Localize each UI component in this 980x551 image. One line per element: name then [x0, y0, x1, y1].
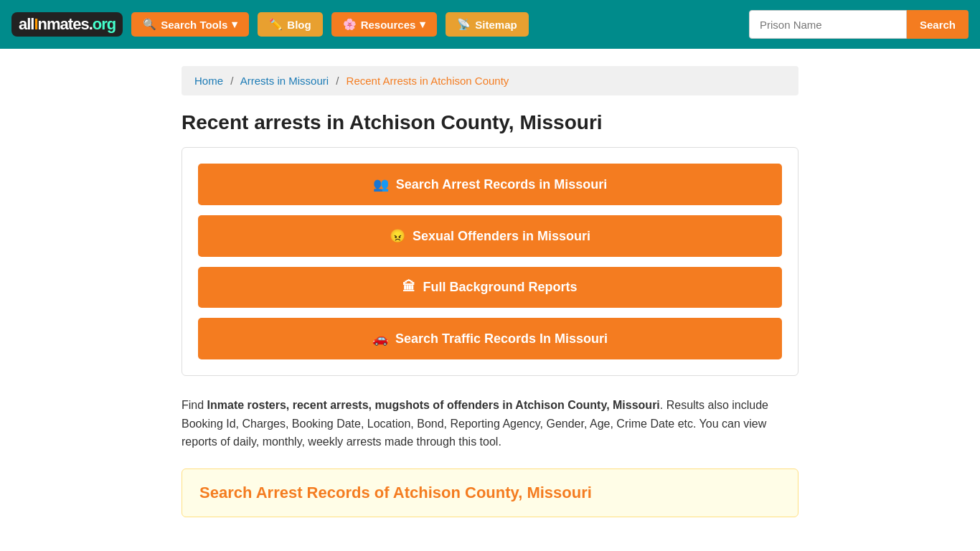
nav-sitemap-label: Sitemap [475, 19, 517, 31]
chevron-down-icon-resources: ▾ [420, 18, 425, 31]
nav-blog[interactable]: ✏️ Blog [258, 12, 322, 37]
car-icon: 🚗 [372, 331, 388, 347]
nav-resources[interactable]: 🌸 Resources ▾ [331, 12, 438, 37]
prison-search-button-label: Search [920, 19, 956, 31]
search-arrest-button[interactable]: 👥 Search Arrest Records in Missouri [198, 164, 782, 205]
breadcrumb-current: Recent Arrests in Atchison County [347, 75, 509, 87]
building-icon: 🏛 [402, 280, 415, 295]
sexual-offenders-label: Sexual Offenders in Missouri [413, 229, 590, 244]
main-content: Home / Arrests in Missouri / Recent Arre… [167, 49, 813, 534]
logo-all: all [19, 15, 34, 33]
breadcrumb-sep-1: / [230, 75, 233, 87]
breadcrumb: Home / Arrests in Missouri / Recent Arre… [182, 66, 798, 95]
offender-icon: 😠 [390, 228, 405, 244]
sitemap-icon: 📡 [457, 18, 471, 31]
nav-resources-label: Resources [361, 19, 416, 31]
people-icon: 👥 [373, 176, 389, 192]
traffic-records-label: Search Traffic Records In Missouri [395, 331, 608, 347]
blog-icon: ✏️ [269, 18, 283, 31]
breadcrumb-home[interactable]: Home [194, 75, 223, 87]
nav-search-tools-label: Search Tools [161, 19, 227, 31]
action-button-card: 👥 Search Arrest Records in Missouri 😠 Se… [182, 147, 798, 376]
description-bold: Inmate rosters, recent arrests, mugshots… [207, 399, 660, 411]
page-title: Recent arrests in Atchison County, Misso… [182, 111, 798, 134]
nav-search-tools[interactable]: 🔍 Search Tools ▾ [131, 12, 249, 37]
nav-sitemap[interactable]: 📡 Sitemap [446, 12, 528, 37]
description-find: Find [182, 399, 207, 411]
background-reports-button[interactable]: 🏛 Full Background Reports [198, 267, 782, 308]
prison-search-input[interactable] [749, 10, 907, 39]
chevron-down-icon: ▾ [232, 18, 237, 31]
page-description: Find Inmate rosters, recent arrests, mug… [182, 396, 798, 451]
search-records-title: Search Arrest Records of Atchison County… [199, 484, 781, 502]
breadcrumb-sep-2: / [336, 75, 339, 87]
breadcrumb-arrests-missouri[interactable]: Arrests in Missouri [240, 75, 329, 87]
sexual-offenders-button[interactable]: 😠 Sexual Offenders in Missouri [198, 215, 782, 257]
background-reports-label: Full Background Reports [423, 280, 577, 295]
search-tools-icon: 🔍 [143, 18, 156, 31]
site-logo[interactable]: allInmates.org [11, 12, 123, 37]
search-records-section: Search Arrest Records of Atchison County… [182, 468, 798, 517]
prison-search-button[interactable]: Search [907, 10, 969, 39]
site-header: allInmates.org 🔍 Search Tools ▾ ✏️ Blog … [0, 0, 980, 49]
resources-icon: 🌸 [343, 18, 357, 31]
header-search-box: Search [749, 10, 969, 39]
search-arrest-label: Search Arrest Records in Missouri [396, 177, 607, 192]
nav-blog-label: Blog [287, 19, 311, 31]
traffic-records-button[interactable]: 🚗 Search Traffic Records In Missouri [198, 318, 782, 359]
